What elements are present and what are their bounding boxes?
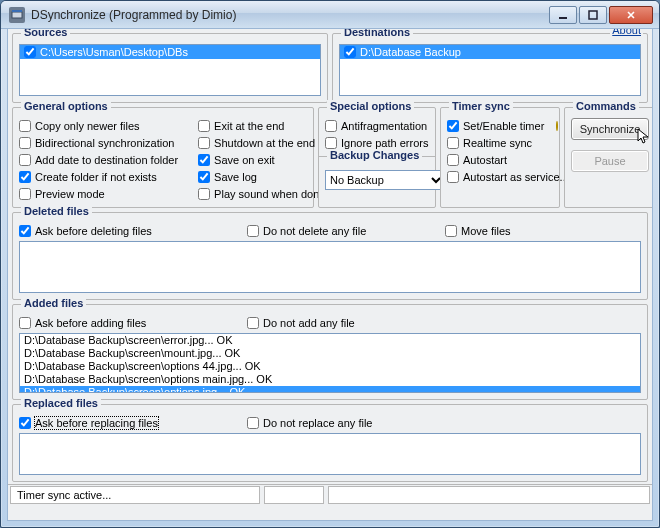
added-files-list[interactable]: D:\Database Backup\screen\error.jpg... O…: [19, 333, 641, 393]
destinations-group: Destinations About D:\Database Backup: [332, 33, 648, 103]
general-option-checkbox[interactable]: [19, 154, 31, 166]
timer-option-checkbox[interactable]: [447, 137, 459, 149]
do-not-replace-checkbox[interactable]: [247, 417, 259, 429]
about-link[interactable]: About: [610, 29, 643, 36]
status-text: Timer sync active...: [10, 486, 260, 504]
commands-group: Commands Synchronize Pause: [564, 107, 653, 208]
status-cell-3: [328, 486, 650, 504]
timer-option-label: Set/Enable timer: [463, 120, 544, 132]
titlebar[interactable]: DSynchronize (Programmed by Dimio): [1, 1, 659, 29]
general-option-checkbox[interactable]: [198, 188, 210, 200]
ask-before-delete-label: Ask before deleting files: [35, 225, 152, 237]
do-not-replace-label: Do not replace any file: [263, 417, 372, 429]
special-option-label: Antifragmentation: [341, 120, 427, 132]
ask-before-replace-checkbox[interactable]: [19, 417, 31, 429]
app-icon: [9, 7, 25, 23]
move-files-checkbox[interactable]: [445, 225, 457, 237]
general-option-label: Shutdown at the end: [214, 137, 315, 149]
general-option-label: Copy only newer files: [35, 120, 140, 132]
source-item-label: C:\Users\Usman\Desktop\DBs: [40, 46, 188, 58]
move-files-label: Move files: [461, 225, 511, 237]
timer-active-icon: [556, 121, 558, 131]
ask-before-replace-label: Ask before replacing files: [35, 417, 158, 429]
added-file-row[interactable]: D:\Database Backup\screen\options 44.jpg…: [20, 360, 640, 373]
ask-before-add-checkbox[interactable]: [19, 317, 31, 329]
destinations-list[interactable]: D:\Database Backup: [339, 44, 641, 96]
added-files-title: Added files: [21, 297, 86, 309]
window-title: DSynchronize (Programmed by Dimio): [31, 8, 549, 22]
source-item-checkbox[interactable]: [24, 46, 36, 58]
sources-list[interactable]: C:\Users\Usman\Desktop\DBs: [19, 44, 321, 96]
added-file-row[interactable]: D:\Database Backup\screen\options main.j…: [20, 373, 640, 386]
do-not-add-checkbox[interactable]: [247, 317, 259, 329]
timer-option-label: Autostart as service...: [463, 171, 569, 183]
general-options-group: General options Copy only newer filesBid…: [12, 107, 314, 208]
added-files-group: Added files Ask before adding files Do n…: [12, 304, 648, 400]
destination-item[interactable]: D:\Database Backup: [340, 45, 640, 59]
maximize-button[interactable]: [579, 6, 607, 24]
svg-rect-0: [12, 12, 22, 18]
general-option-checkbox[interactable]: [19, 188, 31, 200]
svg-rect-3: [589, 11, 597, 19]
special-option-checkbox[interactable]: [325, 137, 337, 149]
deleted-files-group: Deleted files Ask before deleting files …: [12, 212, 648, 300]
ask-before-delete-checkbox[interactable]: [19, 225, 31, 237]
general-option-label: Save log: [214, 171, 257, 183]
minimize-button[interactable]: [549, 6, 577, 24]
general-option-label: Bidirectional synchronization: [35, 137, 174, 149]
deleted-files-list[interactable]: [19, 241, 641, 293]
svg-rect-2: [559, 17, 567, 19]
destination-item-checkbox[interactable]: [344, 46, 356, 58]
general-option-checkbox[interactable]: [19, 120, 31, 132]
pause-button[interactable]: Pause: [571, 150, 649, 172]
special-options-group: Special options AntifragmentationIgnore …: [318, 107, 436, 208]
do-not-delete-checkbox[interactable]: [247, 225, 259, 237]
general-option-label: Create folder if not exists: [35, 171, 157, 183]
commands-title: Commands: [573, 100, 639, 112]
general-option-checkbox[interactable]: [198, 171, 210, 183]
general-option-checkbox[interactable]: [198, 154, 210, 166]
do-not-delete-label: Do not delete any file: [263, 225, 366, 237]
general-option-checkbox[interactable]: [19, 171, 31, 183]
source-item[interactable]: C:\Users\Usman\Desktop\DBs: [20, 45, 320, 59]
replaced-files-group: Replaced files Ask before replacing file…: [12, 404, 648, 482]
close-button[interactable]: [609, 6, 653, 24]
timer-option-label: Realtime sync: [463, 137, 532, 149]
timer-sync-title: Timer sync: [449, 100, 513, 112]
replaced-files-list[interactable]: [19, 433, 641, 475]
general-option-label: Preview mode: [35, 188, 105, 200]
added-file-row[interactable]: D:\Database Backup\screen\mount.jpg... O…: [20, 347, 640, 360]
destination-item-label: D:\Database Backup: [360, 46, 461, 58]
do-not-add-label: Do not add any file: [263, 317, 355, 329]
client-area: Sources C:\Users\Usman\Desktop\DBs Desti…: [7, 29, 653, 521]
synchronize-button[interactable]: Synchronize: [571, 118, 649, 140]
sources-title: Sources: [21, 29, 70, 38]
svg-rect-1: [12, 10, 22, 12]
timer-option-checkbox[interactable]: [447, 120, 459, 132]
status-cell-2: [264, 486, 324, 504]
deleted-files-title: Deleted files: [21, 205, 92, 217]
backup-changes-title: Backup Changes: [327, 149, 422, 161]
timer-option-checkbox[interactable]: [447, 171, 459, 183]
ask-before-add-label: Ask before adding files: [35, 317, 146, 329]
special-option-label: Ignore path errors: [341, 137, 428, 149]
timer-option-checkbox[interactable]: [447, 154, 459, 166]
timer-option-label: Autostart: [463, 154, 507, 166]
general-option-checkbox[interactable]: [198, 137, 210, 149]
general-option-checkbox[interactable]: [198, 120, 210, 132]
backup-changes-select[interactable]: No Backup: [325, 170, 445, 190]
general-option-label: Add date to destination folder: [35, 154, 178, 166]
timer-sync-group: Timer sync Set/Enable timerRealtime sync…: [440, 107, 560, 208]
added-file-row[interactable]: D:\Database Backup\screen\error.jpg... O…: [20, 334, 640, 347]
added-file-row[interactable]: D:\Database Backup\screen\options.jpg...…: [20, 386, 640, 393]
special-options-title: Special options: [327, 100, 414, 112]
general-option-label: Exit at the end: [214, 120, 284, 132]
general-option-label: Save on exit: [214, 154, 275, 166]
sources-group: Sources C:\Users\Usman\Desktop\DBs: [12, 33, 328, 103]
special-option-checkbox[interactable]: [325, 120, 337, 132]
window-controls: [549, 6, 653, 24]
general-option-label: Play sound when done: [214, 188, 325, 200]
replaced-files-title: Replaced files: [21, 397, 101, 409]
general-options-title: General options: [21, 100, 111, 112]
general-option-checkbox[interactable]: [19, 137, 31, 149]
